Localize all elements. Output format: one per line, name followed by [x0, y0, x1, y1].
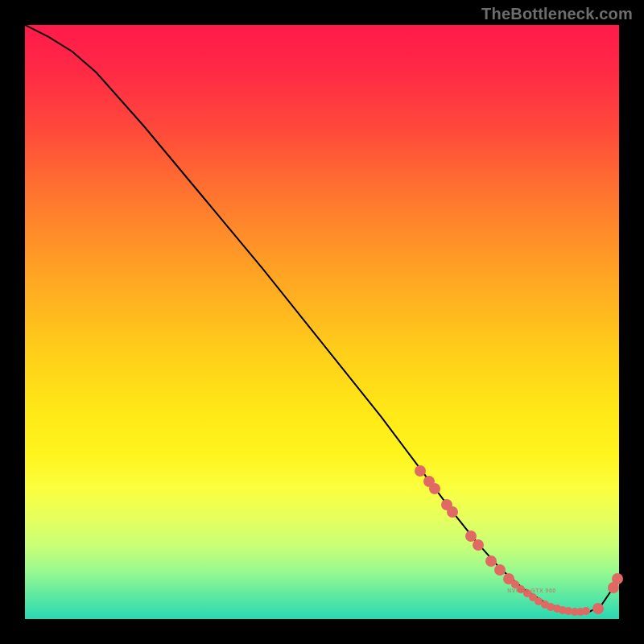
plot-area: NVIDIA GTX 960 [25, 25, 619, 619]
data-point [485, 555, 497, 567]
chart-frame: TheBottleneck.com NVIDIA GTX 960 [0, 0, 644, 644]
bottleneck-curve [25, 25, 619, 619]
series-label: NVIDIA GTX 960 [507, 588, 555, 593]
data-point [429, 483, 440, 494]
data-point [612, 573, 623, 584]
data-point [592, 603, 604, 614]
data-point [415, 465, 426, 477]
watermark-text: TheBottleneck.com [481, 5, 633, 23]
